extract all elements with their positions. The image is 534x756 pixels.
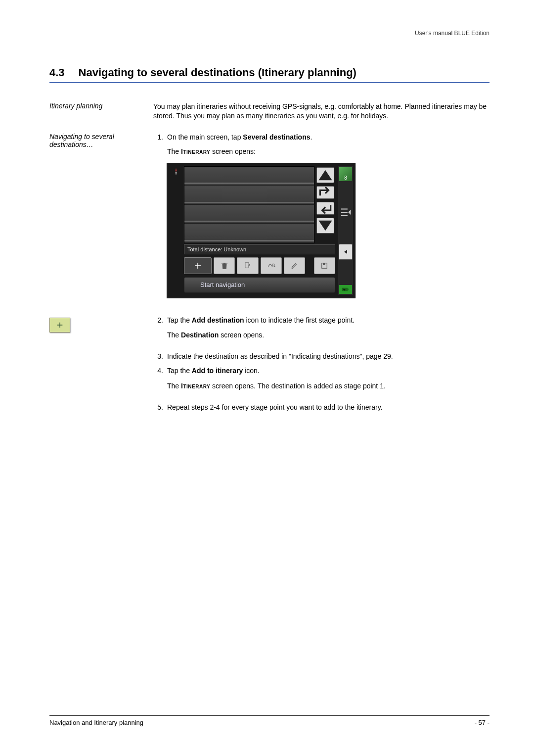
itinerary-list-area [184, 166, 314, 243]
paragraph-intro: You may plan itineraries without receivi… [153, 102, 490, 124]
add-destination-button[interactable] [184, 257, 212, 274]
calculate-route-button[interactable] [261, 257, 282, 274]
move-down-button[interactable] [316, 202, 334, 215]
step-4: 4. Tap the Add to itinerary icon. The It… [153, 366, 490, 398]
compass-icon [170, 166, 182, 177]
itinerary-screen-opens: The Itinerary screen opens: [167, 147, 490, 156]
save-button[interactable] [314, 257, 335, 274]
svg-line-2 [274, 266, 275, 267]
scroll-down-button[interactable] [316, 218, 334, 234]
delete-button[interactable] [214, 257, 235, 274]
section-title: Navigating to several destinations (Itin… [79, 66, 356, 79]
side-label-itinerary-planning: Itinerary planning [49, 102, 153, 124]
svg-rect-0 [245, 263, 249, 268]
section-number: 4.3 [49, 66, 65, 79]
footer-page-number: - 57 - [475, 719, 490, 726]
svg-rect-6 [348, 288, 349, 290]
gps-status-icon: 8 [339, 167, 352, 181]
step-2: 2. Tap the Add destination icon to indic… [153, 316, 490, 347]
footer-left: Navigation and Itinerary planning [49, 719, 143, 726]
page-footer: Navigation and Itinerary planning - 57 - [49, 715, 490, 726]
move-up-button[interactable] [316, 186, 334, 199]
scroll-up-button[interactable] [316, 167, 334, 183]
section-heading: 4.3 Navigating to several destinations (… [49, 66, 490, 83]
side-label-navigating: Navigating to several destinations… [49, 133, 153, 307]
page-header: User's manual BLUE Edition [49, 30, 490, 37]
menu-icon[interactable] [339, 206, 352, 219]
add-destination-icon [49, 318, 70, 332]
route-sheet-button[interactable] [237, 257, 258, 274]
step-1: 1. On the main screen, tap Several desti… [153, 133, 490, 142]
battery-icon [339, 285, 352, 294]
step-3: 3. Indicate the destination as described… [153, 352, 490, 361]
start-navigation-button[interactable]: Start navigation [184, 277, 335, 293]
svg-rect-4 [323, 263, 325, 265]
modify-button[interactable] [284, 257, 305, 274]
back-button[interactable] [339, 244, 353, 260]
step-5: 5. Repeat steps 2-4 for every stage poin… [153, 403, 490, 412]
itinerary-screenshot: Total distance: Unknown [167, 163, 355, 298]
total-distance-label: Total distance: Unknown [184, 244, 335, 254]
